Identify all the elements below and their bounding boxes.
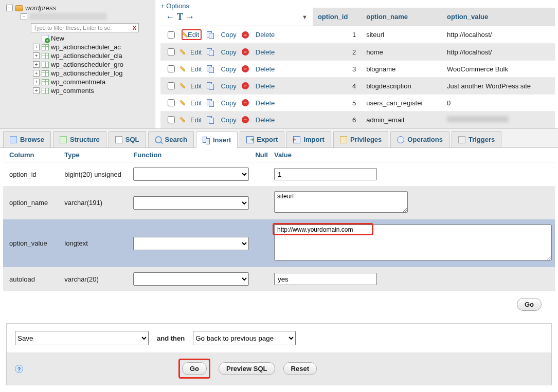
- copy-link[interactable]: Copy: [221, 48, 236, 56]
- edit-link[interactable]: Edit: [190, 116, 202, 124]
- tree-table-row[interactable]: +wp_comments: [2, 87, 153, 95]
- text-cursor-icon[interactable]: T: [177, 12, 183, 23]
- tree-db-row[interactable]: − wordpress: [2, 4, 153, 12]
- table-row: EditCopy−Delete6admin_email: [160, 111, 555, 128]
- collapse-icon[interactable]: −: [6, 5, 13, 11]
- delete-link[interactable]: Delete: [256, 48, 275, 56]
- table-row: EditCopy−Delete1siteurlhttp://localhost/: [160, 26, 555, 44]
- tree-table-row[interactable]: +wp_actionscheduler_gro: [2, 61, 153, 68]
- value-textarea[interactable]: siteurl: [274, 191, 408, 213]
- tab-label: Insert: [213, 136, 231, 144]
- header-option-id[interactable]: option_id: [313, 8, 361, 26]
- go-button[interactable]: Go: [182, 362, 207, 375]
- cell-option-id: 4: [313, 78, 361, 95]
- delete-icon: −: [242, 99, 249, 106]
- header-placeholder[interactable]: [297, 8, 313, 26]
- tree-new-label: New: [51, 34, 64, 42]
- tab-browse[interactable]: Browse: [3, 131, 51, 147]
- table-icon: [42, 62, 49, 68]
- edit-link[interactable]: Edit: [188, 31, 199, 39]
- reset-button[interactable]: Reset: [283, 362, 317, 375]
- copy-link[interactable]: Copy: [221, 65, 236, 73]
- tab-search[interactable]: Search: [148, 131, 194, 147]
- header-actions: ← T →: [160, 8, 297, 26]
- function-select[interactable]: [133, 167, 249, 181]
- clear-filter-icon[interactable]: X: [133, 25, 136, 31]
- after-action-select[interactable]: Save: [15, 331, 149, 345]
- tree-table-row[interactable]: +wp_actionscheduler_cla: [2, 52, 153, 60]
- tree-table-row[interactable]: +wp_commentmeta: [2, 78, 153, 86]
- copy-link[interactable]: Copy: [221, 99, 236, 107]
- form-row: autoloadvarchar(20): [3, 267, 555, 291]
- preview-sql-button[interactable]: Preview SQL: [219, 362, 275, 375]
- delete-link[interactable]: Delete: [256, 99, 275, 107]
- edit-icon: [179, 100, 185, 105]
- value-textarea[interactable]: http://www.yourdomain.com: [274, 225, 552, 260]
- cell-option-name: users_can_register: [361, 95, 442, 111]
- options-link[interactable]: + Options: [160, 2, 189, 10]
- copy-link[interactable]: Copy: [221, 31, 236, 39]
- delete-icon: −: [242, 65, 249, 72]
- header-option-name[interactable]: option_name: [361, 8, 442, 26]
- after-target-select[interactable]: Go back to previous page: [193, 331, 296, 345]
- expand-icon[interactable]: +: [33, 70, 40, 77]
- expand-icon[interactable]: +: [33, 79, 40, 85]
- edit-link[interactable]: Edit: [190, 99, 202, 107]
- tree-new-row[interactable]: New: [2, 34, 153, 42]
- tree-subdb-row[interactable]: −: [2, 13, 153, 20]
- cell-option-value: http://localhost/: [442, 26, 555, 44]
- tab-import[interactable]: Import: [286, 131, 331, 147]
- cell-option-name: blogdescription: [361, 78, 442, 95]
- tree-table-row[interactable]: +wp_actionscheduler_ac: [2, 43, 153, 51]
- row-checkbox[interactable]: [168, 99, 175, 106]
- row-checkbox[interactable]: [168, 82, 175, 89]
- expand-icon[interactable]: +: [33, 87, 40, 94]
- edit-link[interactable]: Edit: [190, 48, 202, 56]
- copy-link[interactable]: Copy: [221, 116, 236, 124]
- tab-export[interactable]: Export: [240, 131, 284, 147]
- help-icon[interactable]: ?: [15, 365, 23, 373]
- tab-operations[interactable]: Operations: [390, 131, 449, 147]
- expand-icon[interactable]: +: [33, 52, 40, 59]
- edit-link[interactable]: Edit: [190, 82, 202, 90]
- go-button-top[interactable]: Go: [517, 298, 542, 311]
- expand-icon[interactable]: +: [33, 44, 40, 50]
- row-checkbox[interactable]: [168, 31, 175, 39]
- table-row: EditCopy−Delete4blogdescriptionJust anot…: [160, 78, 555, 95]
- go-highlight: Go: [178, 359, 210, 379]
- tree-table-label: wp_comments: [51, 87, 94, 95]
- tree-table-row[interactable]: +wp_actionscheduler_log: [2, 69, 153, 77]
- delete-link[interactable]: Delete: [256, 82, 275, 90]
- header-option-value[interactable]: option_value: [442, 8, 555, 26]
- edit-link[interactable]: Edit: [190, 65, 202, 73]
- row-checkbox[interactable]: [168, 116, 175, 123]
- delete-link[interactable]: Delete: [256, 65, 275, 73]
- row-checkbox[interactable]: [168, 48, 175, 55]
- function-select[interactable]: [133, 196, 249, 210]
- tab-sql[interactable]: SQL: [109, 131, 146, 147]
- table-row: EditCopy−Delete2homehttp://localhost/: [160, 44, 555, 61]
- tree-filter-input[interactable]: Type to filter these, Enter to se. X: [31, 23, 139, 32]
- db-tree-sidebar: − wordpress − Type to filter these, Ente…: [0, 0, 155, 128]
- arrow-right-icon[interactable]: →: [185, 12, 194, 23]
- delete-icon: −: [242, 116, 249, 123]
- expand-icon[interactable]: +: [33, 61, 40, 68]
- form-col-type: longtext: [61, 219, 130, 267]
- value-input[interactable]: [274, 273, 377, 285]
- cell-option-value: http://localhost/: [442, 44, 555, 61]
- tab-privileges[interactable]: Privileges: [333, 131, 388, 147]
- delete-link[interactable]: Delete: [256, 31, 275, 39]
- tab-triggers[interactable]: Triggers: [452, 131, 501, 147]
- and-then-label: and then: [157, 334, 185, 342]
- delete-link[interactable]: Delete: [256, 116, 275, 124]
- row-checkbox[interactable]: [168, 65, 175, 72]
- value-input[interactable]: [274, 168, 377, 180]
- copy-link[interactable]: Copy: [221, 82, 236, 90]
- function-select[interactable]: [133, 272, 249, 286]
- tab-insert[interactable]: Insert: [196, 132, 238, 148]
- arrow-left-icon[interactable]: ←: [166, 12, 175, 23]
- tab-structure[interactable]: Structure: [53, 131, 106, 147]
- new-table-icon: [42, 35, 49, 42]
- function-select[interactable]: [133, 237, 249, 250]
- collapse-icon[interactable]: −: [21, 13, 27, 20]
